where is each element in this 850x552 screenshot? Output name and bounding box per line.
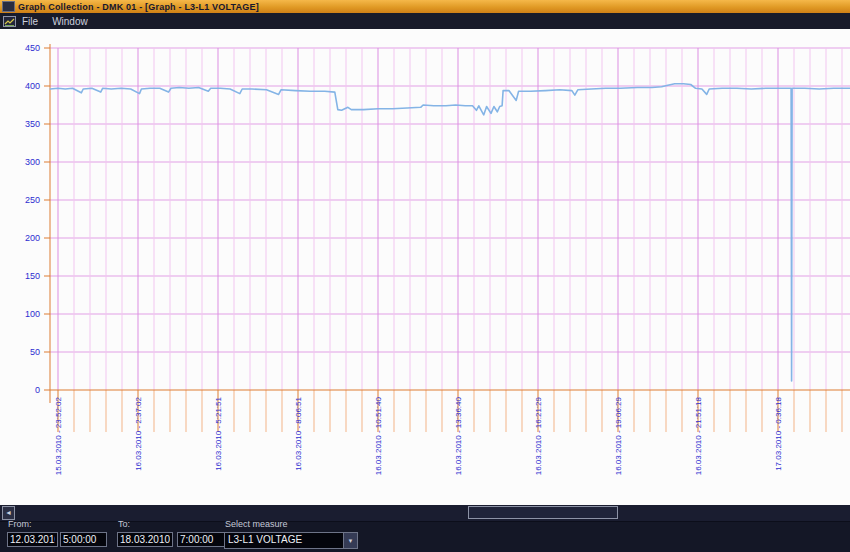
chart-icon bbox=[3, 16, 16, 27]
bottom-panel: ◄ From: To: Select measure L3-L1 VOLTAGE… bbox=[0, 505, 850, 552]
select-measure-label: Select measure bbox=[225, 519, 288, 529]
menu-item-window[interactable]: Window bbox=[52, 16, 88, 27]
measure-dropdown-value: L3-L1 VOLTAGE bbox=[228, 534, 302, 545]
app-icon bbox=[2, 1, 15, 12]
svg-text:16.03.2010 - 16:21:29: 16.03.2010 - 16:21:29 bbox=[534, 396, 543, 475]
from-date-input[interactable] bbox=[7, 532, 58, 547]
chart-area: 05010015020025030035040045015.03.2010 - … bbox=[0, 29, 850, 505]
svg-text:16.03.2010 - 10:51:40: 16.03.2010 - 10:51:40 bbox=[374, 396, 383, 475]
svg-text:16.03.2010 - 8:06:51: 16.03.2010 - 8:06:51 bbox=[294, 396, 303, 470]
scrollbar-thumb[interactable] bbox=[468, 506, 618, 519]
svg-text:350: 350 bbox=[25, 119, 40, 129]
svg-text:16.03.2010 - 5:21:51: 16.03.2010 - 5:21:51 bbox=[214, 396, 223, 470]
to-label: To: bbox=[118, 519, 130, 529]
title-bar: Graph Collection - DMK 01 - [Graph - L3-… bbox=[0, 0, 850, 13]
app-window: Graph Collection - DMK 01 - [Graph - L3-… bbox=[0, 0, 850, 552]
svg-text:100: 100 bbox=[25, 309, 40, 319]
svg-text:15.03.2010 - 23:52:02: 15.03.2010 - 23:52:02 bbox=[54, 396, 63, 475]
menu-item-file[interactable]: File bbox=[22, 16, 38, 27]
svg-text:400: 400 bbox=[25, 81, 40, 91]
measure-dropdown[interactable]: L3-L1 VOLTAGE ▼ bbox=[224, 532, 358, 549]
svg-text:17.03.2010 - 0:36:18: 17.03.2010 - 0:36:18 bbox=[774, 396, 783, 470]
from-label: From: bbox=[8, 519, 32, 529]
scroll-left-button[interactable]: ◄ bbox=[2, 506, 15, 520]
left-arrow-icon: ◄ bbox=[5, 509, 12, 516]
window-title: Graph Collection - DMK 01 - [Graph - L3-… bbox=[18, 2, 259, 12]
to-date-input[interactable] bbox=[117, 532, 173, 547]
svg-text:16.03.2010 - 13:36:40: 16.03.2010 - 13:36:40 bbox=[454, 396, 463, 475]
svg-text:16.03.2010 - 2:37:02: 16.03.2010 - 2:37:02 bbox=[134, 396, 143, 470]
axes: 05010015020025030035040045015.03.2010 - … bbox=[25, 43, 850, 475]
svg-text:200: 200 bbox=[25, 233, 40, 243]
svg-text:150: 150 bbox=[25, 271, 40, 281]
menu-bar: File Window bbox=[0, 13, 850, 29]
chevron-down-icon: ▼ bbox=[348, 538, 354, 544]
svg-text:16.03.2010 - 19:06:29: 16.03.2010 - 19:06:29 bbox=[614, 396, 623, 475]
from-time-input[interactable] bbox=[60, 532, 107, 547]
svg-text:250: 250 bbox=[25, 195, 40, 205]
dropdown-arrow-button[interactable]: ▼ bbox=[343, 533, 357, 548]
svg-text:300: 300 bbox=[25, 157, 40, 167]
svg-text:16.03.2010 - 21:51:18: 16.03.2010 - 21:51:18 bbox=[694, 396, 703, 475]
svg-text:0: 0 bbox=[35, 385, 40, 395]
svg-text:50: 50 bbox=[30, 347, 40, 357]
to-time-input[interactable] bbox=[177, 532, 226, 547]
svg-text:450: 450 bbox=[25, 43, 40, 53]
voltage-line-chart: 05010015020025030035040045015.03.2010 - … bbox=[0, 29, 850, 505]
